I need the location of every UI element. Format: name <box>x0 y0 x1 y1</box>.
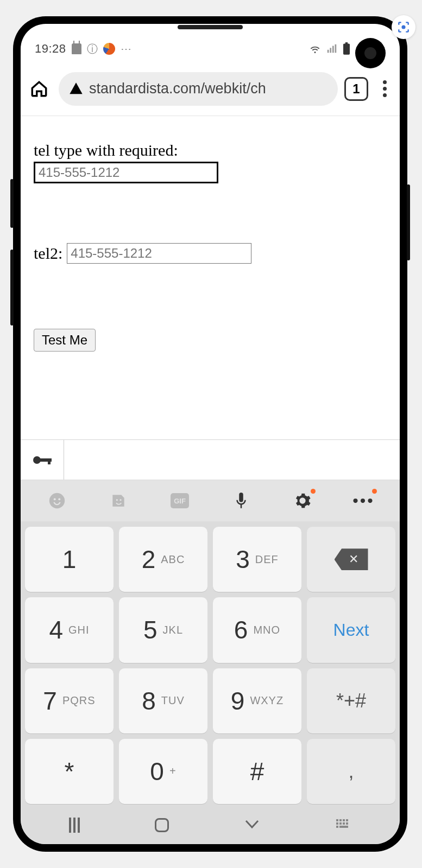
svg-rect-16 <box>339 819 342 821</box>
keypad-grid: 1 2ABC 3DEF ✕ 4GHI 5JKL 6MNO Next 7PQRS … <box>21 521 400 806</box>
status-bar: 19:28 ⓘ ⋯ <box>21 24 400 62</box>
tel2-label: tel2: <box>34 244 62 263</box>
key-4[interactable]: 4GHI <box>25 597 114 662</box>
svg-rect-15 <box>336 819 338 821</box>
home-button[interactable] <box>26 76 52 102</box>
volume-up-button <box>10 179 14 228</box>
svg-rect-18 <box>346 819 348 821</box>
home-icon <box>30 80 48 98</box>
key-star[interactable]: * <box>25 739 114 804</box>
web-page-content: tel type with required: tel2: Test Me <box>21 116 400 439</box>
key-comma[interactable]: , <box>307 739 395 804</box>
svg-rect-24 <box>339 826 348 828</box>
svg-rect-17 <box>343 819 345 821</box>
nav-back-button[interactable] <box>244 819 260 832</box>
key-0[interactable]: 0+ <box>119 739 207 804</box>
test-me-button[interactable]: Test Me <box>34 329 96 352</box>
key-3[interactable]: 3DEF <box>213 527 301 592</box>
tel2-input[interactable] <box>67 243 251 264</box>
svg-point-10 <box>119 499 121 501</box>
svg-rect-2 <box>345 42 348 44</box>
svg-rect-1 <box>343 43 350 54</box>
mic-button[interactable] <box>226 486 256 516</box>
tabs-button[interactable]: 1 <box>344 77 368 101</box>
screenshot-crop-icon[interactable] <box>392 15 415 39</box>
url-text: standardista.com/webkit/ch <box>89 80 266 97</box>
browser-toolbar: standardista.com/webkit/ch 1 <box>21 62 400 116</box>
svg-text:GIF: GIF <box>174 497 186 505</box>
keyboard-switch-button[interactable] <box>335 818 351 832</box>
tab-count: 1 <box>352 81 360 97</box>
svg-point-0 <box>402 26 405 29</box>
key-2[interactable]: 2ABC <box>119 527 207 592</box>
battery-icon <box>342 42 351 55</box>
power-button <box>407 184 410 260</box>
soft-keyboard: GIF ••• 1 2ABC 3DEF ✕ 4GHI 5JKL 6MNO Nex… <box>21 439 400 844</box>
svg-rect-20 <box>339 822 342 825</box>
android-nav-bar <box>21 806 400 844</box>
keyboard-more-button[interactable]: ••• <box>349 486 379 516</box>
svg-point-7 <box>53 498 55 500</box>
not-secure-icon <box>68 81 84 97</box>
keyboard-suggestion-bar <box>21 440 400 480</box>
sticker-button[interactable] <box>103 486 134 516</box>
svg-rect-19 <box>336 822 338 825</box>
key-symbols[interactable]: *+# <box>307 668 395 733</box>
wifi-icon <box>308 42 322 55</box>
svg-point-3 <box>33 456 41 464</box>
phone-screen: 19:28 ⓘ ⋯ standardista.com/webkit/ch <box>21 24 400 844</box>
front-camera <box>355 38 386 68</box>
info-icon: ⓘ <box>87 42 98 56</box>
android-icon <box>72 43 81 54</box>
key-hash[interactable]: # <box>213 739 301 804</box>
volume-down-button <box>10 250 14 326</box>
key-next[interactable]: Next <box>307 597 395 662</box>
key-8[interactable]: 8TUV <box>119 668 207 733</box>
svg-point-6 <box>49 493 64 508</box>
tel1-input[interactable] <box>34 162 218 183</box>
url-bar[interactable]: standardista.com/webkit/ch <box>59 72 338 106</box>
key-backspace[interactable]: ✕ <box>307 527 395 592</box>
svg-rect-21 <box>343 822 345 825</box>
svg-point-8 <box>58 498 60 500</box>
status-clock: 19:28 <box>35 42 66 56</box>
password-key-icon[interactable] <box>21 440 64 480</box>
key-5[interactable]: 5JKL <box>119 597 207 662</box>
tel1-label: tel type with required: <box>34 141 387 159</box>
keyboard-toolbar: GIF ••• <box>21 480 400 521</box>
more-notifications-icon: ⋯ <box>121 42 131 55</box>
key-1[interactable]: 1 <box>25 527 114 592</box>
keyboard-settings-button[interactable] <box>287 486 318 516</box>
key-9[interactable]: 9WXYZ <box>213 668 301 733</box>
svg-point-9 <box>116 499 117 501</box>
svg-rect-23 <box>336 826 338 828</box>
backspace-icon: ✕ <box>335 548 368 570</box>
signal-icon <box>326 43 338 55</box>
phone-frame: 19:28 ⓘ ⋯ standardista.com/webkit/ch <box>13 16 407 852</box>
svg-rect-22 <box>346 822 348 825</box>
app-swirl-icon <box>103 43 115 55</box>
emoji-button[interactable] <box>42 486 72 516</box>
phone-speaker <box>178 25 243 29</box>
browser-menu-button[interactable] <box>375 80 394 97</box>
key-6[interactable]: 6MNO <box>213 597 301 662</box>
svg-rect-13 <box>239 493 243 502</box>
nav-home-button[interactable] <box>155 818 169 832</box>
nav-recents-button[interactable] <box>69 818 80 833</box>
gif-button[interactable]: GIF <box>165 486 195 516</box>
svg-rect-5 <box>48 458 51 464</box>
key-7[interactable]: 7PQRS <box>25 668 114 733</box>
